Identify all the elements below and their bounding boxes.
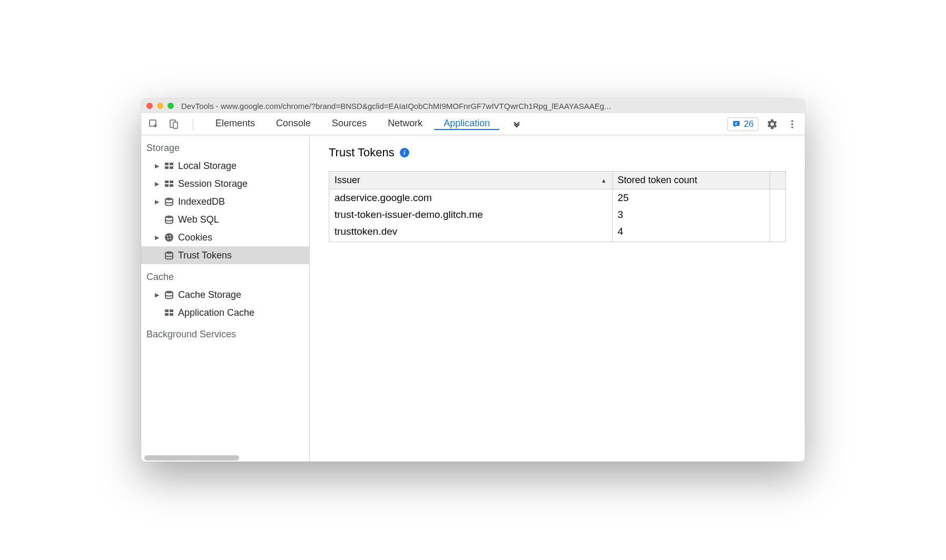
panel-tabs: ElementsConsoleSourcesNetworkApplication [206, 118, 499, 130]
table-row[interactable]: adservice.google.com25 [329, 189, 786, 207]
column-header[interactable]: Issuer▲ [329, 172, 613, 189]
db-icon [163, 197, 175, 206]
sidebar-item-cache-storage[interactable]: ▶Cache Storage [141, 286, 309, 304]
column-header[interactable]: Stored token count [612, 172, 770, 189]
sidebar-item-label: IndexedDB [178, 196, 306, 207]
sidebar-item-session-storage[interactable]: ▶Session Storage [141, 175, 309, 193]
svg-point-17 [165, 216, 173, 218]
svg-rect-15 [170, 184, 173, 187]
section-title: Cache [141, 264, 309, 286]
chevron-right-icon: ▶ [154, 181, 160, 187]
devtools-toolbar: ElementsConsoleSourcesNetworkApplication… [141, 113, 805, 135]
issues-count: 26 [744, 119, 754, 129]
svg-rect-11 [170, 166, 173, 169]
table-row[interactable]: trust-token-issuer-demo.glitch.me3 [329, 206, 786, 223]
sidebar-item-cookies[interactable]: ▶Cookies [141, 228, 309, 246]
svg-point-24 [165, 291, 173, 294]
close-window-button[interactable] [146, 103, 153, 109]
tab-elements[interactable]: Elements [206, 118, 264, 130]
tab-console[interactable]: Console [267, 118, 320, 130]
cell-issuer: trusttoken.dev [329, 223, 613, 242]
svg-point-22 [167, 238, 169, 239]
issues-badge[interactable]: 26 [727, 117, 758, 131]
sidebar-item-label: Session Storage [178, 178, 306, 189]
svg-point-5 [791, 120, 793, 122]
sidebar-item-application-cache[interactable]: ▶Application Cache [141, 304, 309, 322]
sidebar-item-label: Trust Tokens [178, 250, 306, 261]
cell-spacer [770, 223, 786, 242]
section-title: Background Services [141, 322, 309, 343]
sidebar-item-label: Cookies [178, 232, 306, 243]
more-options-icon[interactable] [786, 118, 799, 131]
table-icon [163, 308, 175, 317]
cell-spacer [770, 206, 786, 223]
table-icon [163, 179, 175, 188]
devtools-window: DevTools - www.google.com/chrome/?brand=… [141, 98, 805, 462]
message-icon [732, 120, 741, 128]
svg-rect-13 [170, 181, 173, 183]
svg-rect-9 [170, 163, 173, 165]
svg-rect-8 [165, 163, 169, 165]
tab-sources[interactable]: Sources [322, 118, 376, 130]
svg-point-7 [791, 126, 793, 128]
svg-rect-27 [165, 313, 169, 316]
settings-icon[interactable] [766, 118, 779, 131]
sidebar-item-label: Application Cache [178, 307, 306, 318]
sidebar-item-local-storage[interactable]: ▶Local Storage [141, 157, 309, 175]
sidebar-item-label: Web SQL [178, 214, 306, 225]
sort-asc-icon: ▲ [601, 177, 607, 184]
svg-rect-14 [165, 184, 169, 187]
db-icon [163, 215, 175, 224]
svg-rect-4 [735, 124, 737, 124]
svg-point-6 [791, 123, 793, 125]
db-icon [163, 251, 175, 260]
toolbar-divider [193, 118, 193, 130]
section-title: Storage [141, 135, 309, 157]
table-icon [163, 161, 175, 171]
svg-rect-26 [170, 309, 173, 312]
svg-rect-2 [173, 122, 178, 128]
device-toolbar-icon[interactable] [167, 118, 180, 131]
zoom-window-button[interactable] [167, 103, 174, 109]
svg-point-23 [165, 252, 173, 254]
window-title: DevTools - www.google.com/chrome/?brand=… [181, 102, 800, 111]
titlebar: DevTools - www.google.com/chrome/?brand=… [141, 98, 805, 113]
page-title-text: Trust Tokens [329, 146, 395, 159]
main-panel: Trust Tokens i Issuer▲Stored token count… [310, 135, 805, 462]
page-title: Trust Tokens i [329, 146, 786, 159]
table-row[interactable]: trusttoken.dev4 [329, 223, 786, 242]
trust-tokens-table: Issuer▲Stored token count adservice.goog… [329, 171, 786, 242]
svg-point-18 [165, 233, 173, 242]
column-header-spacer [770, 172, 786, 189]
svg-rect-10 [165, 166, 169, 169]
svg-rect-28 [170, 313, 173, 316]
minimize-window-button[interactable] [157, 103, 163, 109]
sidebar-item-label: Cache Storage [178, 289, 306, 301]
sidebar-item-web-sql[interactable]: ▶Web SQL [141, 211, 309, 228]
cell-issuer: adservice.google.com [329, 189, 613, 207]
sidebar-item-trust-tokens[interactable]: ▶Trust Tokens [141, 246, 309, 264]
cell-count: 3 [612, 206, 770, 223]
cell-count: 4 [612, 223, 770, 242]
info-icon[interactable]: i [400, 148, 409, 157]
chevron-right-icon: ▶ [154, 198, 160, 205]
svg-point-16 [165, 198, 173, 201]
cell-spacer [770, 189, 786, 207]
svg-point-21 [170, 238, 171, 239]
more-tabs-button[interactable] [507, 119, 527, 129]
chevron-right-icon: ▶ [154, 292, 160, 298]
chevron-right-icon: ▶ [154, 163, 160, 169]
tab-network[interactable]: Network [378, 118, 432, 130]
sidebar: Storage▶Local Storage▶Session Storage▶In… [141, 135, 310, 462]
cell-issuer: trust-token-issuer-demo.glitch.me [329, 206, 613, 223]
cookie-icon [163, 233, 175, 242]
svg-rect-12 [165, 181, 169, 183]
inspect-element-icon[interactable] [147, 118, 160, 131]
chevron-right-icon: ▶ [154, 234, 160, 241]
sidebar-item-indexeddb[interactable]: ▶IndexedDB [141, 193, 309, 211]
tab-application[interactable]: Application [434, 118, 499, 130]
sidebar-item-label: Local Storage [178, 161, 306, 172]
svg-rect-25 [165, 309, 169, 312]
svg-point-20 [170, 235, 171, 236]
horizontal-scrollbar[interactable] [141, 454, 309, 462]
